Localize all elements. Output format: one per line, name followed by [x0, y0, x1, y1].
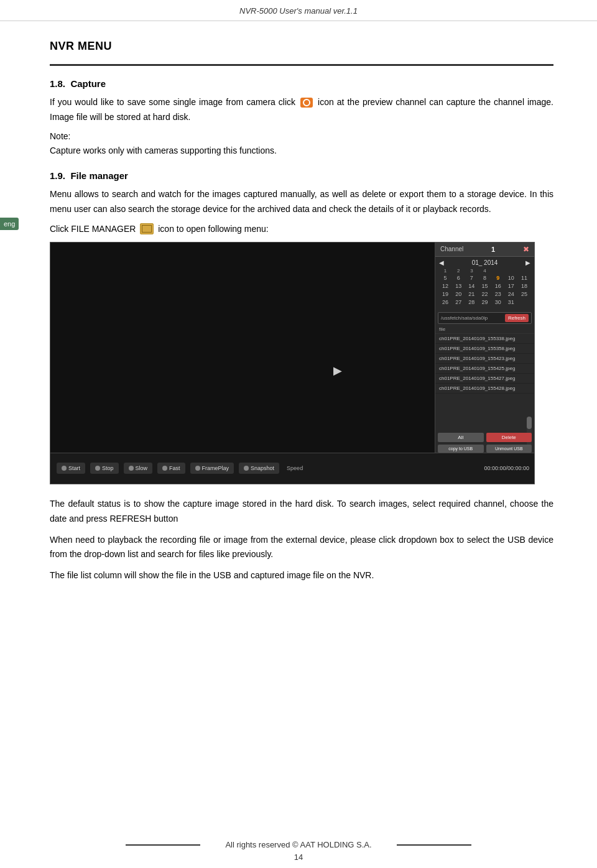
- all-button[interactable]: All: [438, 433, 484, 442]
- file-manager-para2: The default status is to show the captur…: [50, 497, 553, 527]
- calendar-area: ◀ 01_ 2014 ▶ 1 2 3 4 . . . 5 6 7: [435, 257, 534, 308]
- path-text: /ussfetch/sata/sda0lp: [441, 315, 503, 321]
- cal-day[interactable]: 25: [518, 290, 530, 298]
- usb-row: copy to USB Unmount USB: [438, 445, 532, 453]
- cal-day[interactable]: 20: [452, 290, 465, 298]
- fast-button[interactable]: Fast: [157, 463, 185, 474]
- video-area: ▶: [50, 242, 436, 484]
- scroll-thumb[interactable]: [527, 417, 532, 429]
- file-manager-title: File manager: [70, 170, 128, 181]
- all-delete-row: All Delete: [438, 433, 532, 442]
- footer-line-left: [126, 844, 200, 846]
- cal-day[interactable]: 15: [478, 282, 491, 290]
- file-item[interactable]: ch01PRE_20140109_155425.jpeg: [435, 364, 534, 374]
- file-list: ch01PRE_20140109_155338.jpeg ch01PRE_201…: [435, 334, 534, 394]
- unmount-usb-button[interactable]: Unmount USB: [486, 445, 532, 453]
- refresh-button[interactable]: Refresh: [505, 314, 529, 322]
- cal-day[interactable]: 6: [452, 274, 465, 282]
- copy-to-usb-button[interactable]: copy to USB: [438, 445, 484, 453]
- prev-month-icon[interactable]: ◀: [439, 259, 444, 266]
- calendar-grid: 1 2 3 4 . . . 5 6 7 8 9 10 11 12: [439, 268, 530, 306]
- page-header: NVR-5000 User's manual ver.1.1: [0, 0, 597, 21]
- file-manager-icon: [140, 223, 154, 234]
- capture-para1: If you would like to save some single im…: [50, 95, 553, 125]
- click-text: Click FILE MANAGER: [50, 224, 136, 234]
- cal-day[interactable]: 18: [518, 282, 530, 290]
- channel-bar: Channel 1 ✖: [435, 242, 534, 257]
- capture-number: 1.8.: [50, 78, 65, 89]
- video-controls: Start Stop Slow Fast FramePlay: [50, 463, 479, 474]
- note-label: Note:: [50, 131, 553, 141]
- thick-divider: [50, 64, 553, 66]
- start-button[interactable]: Start: [57, 463, 85, 474]
- file-item[interactable]: ch01PRE_20140109_155358.jpeg: [435, 344, 534, 354]
- cursor-icon: ▶: [333, 364, 342, 377]
- cal-day[interactable]: 24: [505, 290, 517, 298]
- cal-day[interactable]: 5: [439, 274, 451, 282]
- frameplay-icon: [195, 466, 200, 471]
- screenshot-container: ▶ Channel 1 ✖ ◀ 01_ 2014 ▶ 1 2: [50, 242, 535, 484]
- page-footer: All rights reserved © AAT HOLDING S.A.: [0, 840, 597, 849]
- cal-day[interactable]: 14: [465, 282, 478, 290]
- channel-number: 1: [491, 246, 495, 253]
- stop-button[interactable]: Stop: [90, 463, 119, 474]
- footer-text: All rights reserved © AAT HOLDING S.A.: [225, 840, 371, 849]
- all-delete-area: All Delete copy to USB Unmount USB: [435, 430, 534, 454]
- section-title: NVR MENU: [50, 40, 553, 53]
- month-year: 01_ 2014: [472, 259, 498, 266]
- cal-day[interactable]: 10: [505, 274, 517, 282]
- content-area: NVR MENU 1.8. Capture If you would like …: [0, 21, 597, 608]
- frameplay-label: FramePlay: [202, 465, 229, 471]
- file-item[interactable]: ch01PRE_20140109_155423.jpeg: [435, 354, 534, 364]
- frameplay-button[interactable]: FramePlay: [190, 463, 234, 474]
- speed-label: Speed: [287, 465, 303, 471]
- page-number: 14: [294, 852, 303, 862]
- snapshot-button[interactable]: Snapshot: [239, 463, 279, 474]
- right-panel: Channel 1 ✖ ◀ 01_ 2014 ▶ 1 2 3 4 .: [435, 242, 534, 484]
- cal-day[interactable]: 11: [518, 274, 530, 282]
- cal-day[interactable]: 16: [492, 282, 504, 290]
- slow-button[interactable]: Slow: [124, 463, 153, 474]
- channel-label: Channel: [440, 246, 463, 252]
- file-manager-para1: Menu allows to search and watch for the …: [50, 187, 553, 217]
- time-display: 00:00:00/00:00:00: [479, 465, 534, 471]
- calendar-nav: ◀ 01_ 2014 ▶: [439, 259, 530, 266]
- bottom-bar: Start Stop Slow Fast FramePlay: [50, 453, 534, 484]
- cal-day[interactable]: 8: [478, 274, 491, 282]
- cal-day[interactable]: 30: [492, 298, 504, 306]
- capture-heading: 1.8. Capture: [50, 78, 553, 89]
- camera-icon: [300, 98, 313, 108]
- file-manager-heading: 1.9. File manager: [50, 170, 553, 181]
- cal-day[interactable]: 22: [478, 290, 491, 298]
- cal-day-highlight[interactable]: 9: [492, 274, 504, 282]
- cal-day[interactable]: 29: [478, 298, 491, 306]
- cal-day[interactable]: 19: [439, 290, 451, 298]
- cal-day[interactable]: 31: [505, 298, 517, 306]
- file-item[interactable]: ch01PRE_20140109_155428.jpeg: [435, 384, 534, 394]
- file-item[interactable]: ch01PRE_20140109_155427.jpeg: [435, 374, 534, 384]
- cal-day[interactable]: 26: [439, 298, 451, 306]
- capture-title: Capture: [70, 78, 106, 89]
- eng-badge: eng: [0, 218, 19, 230]
- cal-day[interactable]: 21: [465, 290, 478, 298]
- note-text: Capture works only with cameras supporti…: [50, 144, 553, 159]
- stop-icon: [95, 466, 100, 471]
- file-list-header: file: [435, 325, 534, 334]
- cal-day: [518, 298, 530, 306]
- cal-day[interactable]: 27: [452, 298, 465, 306]
- cal-day[interactable]: 13: [452, 282, 465, 290]
- capture-text-before-icon: If you would like to save some single im…: [50, 97, 295, 107]
- cal-day[interactable]: 28: [465, 298, 478, 306]
- file-item[interactable]: ch01PRE_20140109_155338.jpeg: [435, 334, 534, 344]
- cal-day[interactable]: 12: [439, 282, 451, 290]
- cal-day[interactable]: 17: [505, 282, 517, 290]
- close-icon[interactable]: ✖: [523, 245, 529, 254]
- cal-day[interactable]: 23: [492, 290, 504, 298]
- file-manager-para3: When need to playback the recording file…: [50, 533, 553, 563]
- fast-icon: [162, 466, 167, 471]
- cal-day[interactable]: 7: [465, 274, 478, 282]
- delete-button[interactable]: Delete: [486, 433, 532, 442]
- start-icon: [62, 466, 67, 471]
- file-manager-para4: The file list column will show the file …: [50, 568, 553, 583]
- next-month-icon[interactable]: ▶: [525, 259, 530, 266]
